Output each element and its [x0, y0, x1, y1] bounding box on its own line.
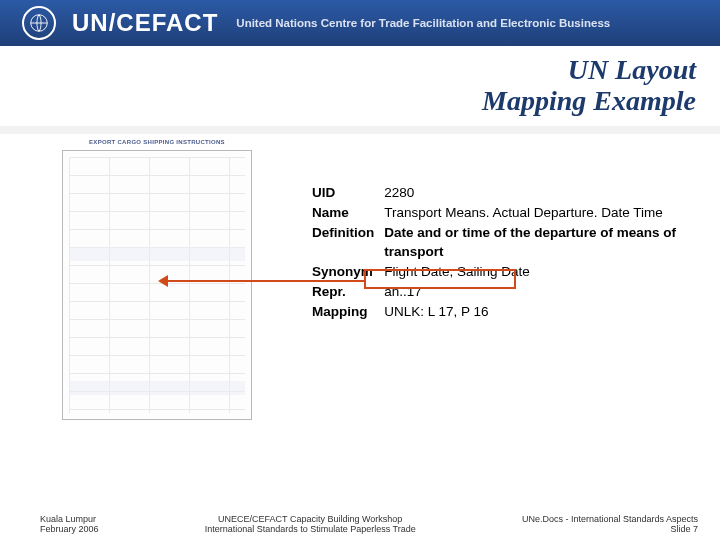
field-label-uid: UID	[312, 184, 382, 202]
field-value-name: Transport Means. Actual Departure. Date …	[384, 204, 718, 222]
field-label-repr: Repr.	[312, 283, 382, 301]
header-subtitle: United Nations Centre for Trade Facilita…	[236, 17, 610, 29]
page-title: UN Layout Mapping Example	[482, 55, 696, 117]
title-line1: UN Layout	[568, 54, 696, 85]
field-label-synonym: Synonym	[312, 263, 382, 281]
table-row: Repr. an..17	[312, 283, 718, 301]
field-label-mapping: Mapping	[312, 303, 382, 321]
slide-header: UN/CEFACT United Nations Centre for Trad…	[0, 0, 720, 46]
field-value-definition: Date and or time of the departure of mea…	[384, 224, 718, 260]
field-definition-table: UID 2280 Name Transport Means. Actual De…	[310, 182, 720, 324]
slide-body: EXPORT CARGO SHIPPING INSTRUCTIONS UID 2…	[0, 134, 720, 494]
field-value-uid: 2280	[384, 184, 718, 202]
title-line2: Mapping Example	[482, 85, 696, 116]
callout-arrow	[273, 280, 365, 282]
footer-right: UNe.Docs - International Standards Aspec…	[522, 514, 698, 534]
field-label-name: Name	[312, 204, 382, 222]
footer-slide-number: Slide 7	[670, 524, 698, 534]
divider-strip	[0, 126, 720, 134]
footer-event-subtitle: International Standards to Stimulate Pap…	[205, 524, 416, 534]
footer-event-title: UNECE/CEFACT Capacity Building Workshop	[218, 514, 402, 524]
un-logo	[22, 6, 56, 40]
callout-arrow	[164, 280, 274, 282]
form-row	[69, 247, 245, 261]
form-header: EXPORT CARGO SHIPPING INSTRUCTIONS	[63, 139, 251, 145]
footer-left: Kuala Lumpur February 2006	[40, 514, 99, 534]
title-band: UN Layout Mapping Example	[0, 46, 720, 126]
field-value-repr: an..17	[384, 283, 718, 301]
field-value-synonym: Flight Date, Sailing Date	[384, 263, 718, 281]
globe-icon	[28, 12, 50, 34]
slide-footer: Kuala Lumpur February 2006 UNECE/CEFACT …	[0, 514, 720, 534]
footer-center: UNECE/CEFACT Capacity Building Workshop …	[99, 514, 522, 534]
table-row: Synonym Flight Date, Sailing Date	[312, 263, 718, 281]
field-label-definition: Definition	[312, 224, 382, 260]
form-layout-preview: EXPORT CARGO SHIPPING INSTRUCTIONS	[62, 150, 252, 420]
table-row: UID 2280	[312, 184, 718, 202]
brand-text: UN/CEFACT	[72, 9, 218, 37]
footer-location: Kuala Lumpur	[40, 514, 96, 524]
table-row: Name Transport Means. Actual Departure. …	[312, 204, 718, 222]
footer-date: February 2006	[40, 524, 99, 534]
field-value-mapping: UNLK: L 17, P 16	[384, 303, 718, 321]
table-row: Definition Date and or time of the depar…	[312, 224, 718, 260]
table-row: Mapping UNLK: L 17, P 16	[312, 303, 718, 321]
arrow-icon	[158, 275, 168, 287]
form-row	[69, 381, 245, 395]
footer-doc-title: UNe.Docs - International Standards Aspec…	[522, 514, 698, 524]
